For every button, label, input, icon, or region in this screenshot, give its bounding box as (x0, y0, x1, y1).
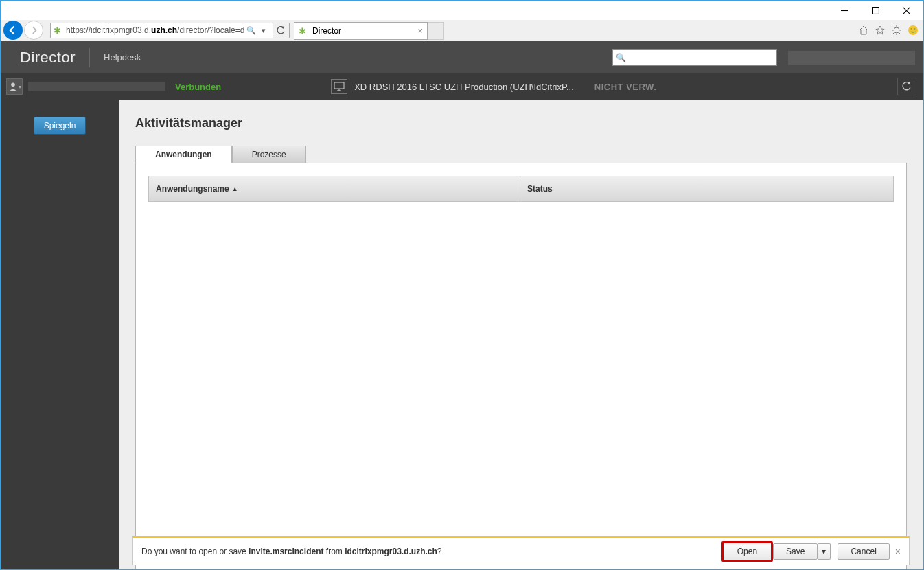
connection-status: Verbunden (175, 82, 221, 92)
context-bar: ▾ Verbunden XD RDSH 2016 LTSC UZH Produc… (1, 73, 923, 100)
tab-close-icon[interactable]: × (417, 25, 423, 36)
url-text: https://idcitrixpmgr03.d.uzh.ch/director… (66, 25, 245, 35)
svg-point-7 (914, 28, 916, 30)
divider (89, 48, 90, 67)
column-header-name[interactable]: Anwendungsname▲ (149, 184, 520, 194)
home-icon[interactable] (857, 24, 870, 36)
tab-applications[interactable]: Anwendungen (135, 146, 232, 163)
table-header: Anwendungsname▲ Status (148, 176, 894, 202)
app-header: Director Helpdesk 🔍 (1, 41, 923, 73)
download-close-icon[interactable]: × (895, 546, 901, 557)
citrix-favicon-icon (299, 26, 308, 36)
refresh-button[interactable] (897, 78, 916, 95)
mirror-button[interactable]: Spiegeln (34, 117, 86, 135)
browser-tabs: Director × (294, 21, 444, 40)
download-message: Do you want to open or save Invite.msrci… (141, 547, 721, 556)
window-maximize-button[interactable] (860, 2, 891, 19)
app-logo: Director (20, 49, 76, 67)
svg-point-6 (911, 28, 912, 30)
window-titlebar (1, 1, 923, 20)
svg-point-4 (894, 27, 899, 33)
sidebar: Spiegeln (1, 100, 119, 569)
svg-point-5 (908, 25, 918, 35)
tab-processes[interactable]: Prozesse (232, 146, 306, 163)
new-tab-button[interactable] (428, 22, 444, 40)
browser-toolbar: https://idcitrixpmgr03.d.uzh.ch/director… (1, 20, 923, 41)
svg-rect-9 (334, 82, 344, 89)
svg-rect-1 (873, 7, 879, 14)
machine-name[interactable]: XD RDSH 2016 LTSC UZH Production (UZH\Id… (354, 82, 574, 92)
content-tabs: Anwendungen Prozesse (135, 146, 907, 163)
header-user-menu[interactable] (788, 51, 915, 65)
search-icon: 🔍 (616, 53, 626, 62)
user-name-redacted (28, 82, 165, 91)
monitor-icon[interactable] (331, 79, 347, 94)
sort-asc-icon: ▲ (232, 185, 238, 192)
dropdown-icon[interactable]: ▾ (257, 26, 270, 35)
helpdesk-link[interactable]: Helpdesk (104, 52, 141, 62)
page-title: Aktivitätsmanager (135, 116, 907, 130)
header-search-input[interactable]: 🔍 (612, 49, 777, 66)
search-icon[interactable]: 🔍 (245, 26, 257, 35)
favorites-icon[interactable] (874, 24, 886, 36)
citrix-favicon-icon (54, 25, 63, 35)
applications-panel: Anwendungsname▲ Status (135, 163, 907, 569)
not-managed-label: NICHT VERW. (594, 82, 657, 92)
browser-refresh-button[interactable] (273, 23, 290, 38)
browser-forward-button[interactable] (24, 21, 43, 40)
tab-label: Director (312, 26, 341, 36)
browser-tab-director[interactable]: Director × (294, 22, 428, 40)
download-save-dropdown[interactable]: ▾ (818, 543, 831, 560)
download-cancel-button[interactable]: Cancel (838, 543, 889, 560)
smiley-icon[interactable] (907, 24, 919, 36)
browser-back-button[interactable] (3, 21, 23, 40)
download-open-button[interactable]: Open (721, 541, 773, 562)
download-save-button[interactable]: Save (773, 543, 818, 560)
svg-point-8 (11, 82, 15, 87)
address-bar[interactable]: https://idcitrixpmgr03.d.uzh.ch/director… (50, 23, 273, 38)
window-minimize-button[interactable] (829, 2, 860, 19)
main-content: Aktivitätsmanager Anwendungen Prozesse A… (119, 100, 923, 569)
tools-icon[interactable] (890, 24, 903, 36)
user-icon[interactable]: ▾ (6, 78, 23, 95)
window-close-button[interactable] (891, 2, 922, 19)
column-header-status[interactable]: Status (520, 176, 893, 201)
download-bar: Do you want to open or save Invite.msrci… (132, 536, 910, 565)
